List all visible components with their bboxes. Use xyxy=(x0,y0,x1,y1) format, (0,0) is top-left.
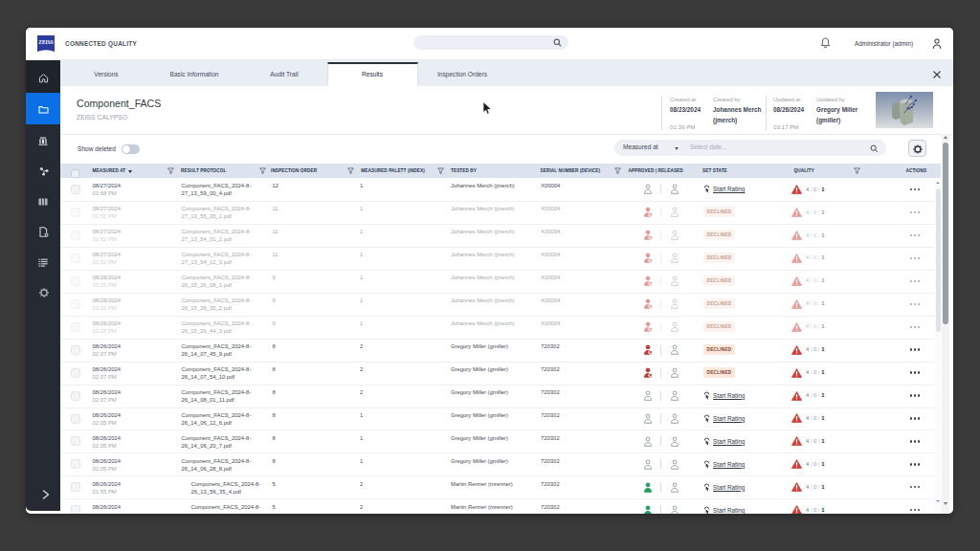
svg-text:ZEISS: ZEISS xyxy=(38,39,53,45)
